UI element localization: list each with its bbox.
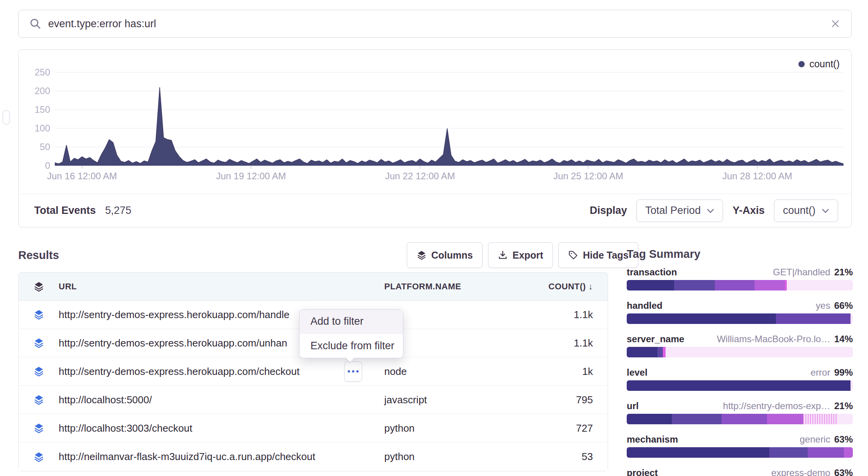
tag-bar-segment[interactable] bbox=[844, 447, 853, 458]
tag-distribution-bar[interactable] bbox=[627, 380, 853, 391]
tag-distribution-bar[interactable] bbox=[627, 414, 853, 424]
count-header-label: COUNT() bbox=[549, 282, 586, 291]
columns-button[interactable]: Columns bbox=[407, 242, 483, 268]
sidebar-collapse-handle[interactable] bbox=[2, 110, 10, 125]
stack-icon bbox=[33, 423, 44, 434]
tag-distribution-bar[interactable] bbox=[627, 447, 853, 458]
y-axis-tick-label: 100 bbox=[35, 123, 50, 133]
count-area-series[interactable] bbox=[55, 87, 844, 166]
tag-bar-segment[interactable] bbox=[837, 414, 853, 424]
platform-cell: javascript bbox=[384, 394, 512, 406]
tag-bar-segment[interactable] bbox=[627, 380, 851, 391]
total-events-value: 5,275 bbox=[105, 205, 132, 217]
column-header-platform[interactable]: PLATFORM.NAME bbox=[384, 282, 512, 292]
column-header-url[interactable]: URL bbox=[59, 282, 384, 292]
tag-bar-segment[interactable] bbox=[808, 447, 844, 458]
stack-icon bbox=[19, 423, 59, 434]
tag-bar-segment[interactable] bbox=[627, 347, 657, 357]
column-header-count[interactable]: COUNT() ↓ bbox=[512, 282, 608, 292]
x-axis-tick-label: Jun 28 12:00 AM bbox=[722, 171, 792, 181]
count-cell: 727 bbox=[512, 422, 608, 434]
cell-filter-context-menu: Add to filterExclude from filter bbox=[299, 309, 403, 358]
tag-summary-panel: Tag Summary transactionGET|/handled21%ha… bbox=[627, 248, 853, 476]
legend-dot-icon bbox=[798, 61, 805, 67]
tag-bar-segment[interactable] bbox=[767, 414, 803, 424]
tag-distribution-bar[interactable] bbox=[627, 347, 853, 357]
tag-summary-row-mechanism: mechanismgeneric63% bbox=[627, 434, 853, 458]
tag-top-percent: 21% bbox=[834, 401, 853, 411]
stack-icon bbox=[19, 394, 59, 405]
platform-cell: node bbox=[384, 366, 512, 378]
tag-distribution-bar[interactable] bbox=[627, 313, 853, 324]
tag-bar-segment[interactable] bbox=[674, 280, 715, 290]
tag-bar-segment[interactable] bbox=[657, 347, 663, 357]
button-label: Export bbox=[512, 250, 543, 261]
tag-icon bbox=[568, 250, 578, 260]
tag-bar-segment[interactable] bbox=[722, 414, 767, 424]
tag-bar-segment[interactable] bbox=[627, 447, 769, 458]
tag-bar-segment[interactable] bbox=[755, 280, 785, 290]
tag-bar-segment[interactable] bbox=[851, 380, 853, 391]
display-label: Display bbox=[590, 205, 627, 217]
tag-summary-row-handled: handledyes66% bbox=[627, 300, 853, 324]
stack-icon bbox=[19, 338, 59, 348]
tag-bar-segment[interactable] bbox=[627, 313, 776, 324]
tag-top-percent: 66% bbox=[834, 300, 853, 311]
tag-bar-segment[interactable] bbox=[666, 347, 853, 357]
tag-bar-segment[interactable] bbox=[851, 313, 853, 324]
tag-distribution-bar[interactable] bbox=[627, 280, 853, 290]
chart-legend[interactable]: count() bbox=[798, 58, 840, 70]
tag-top-value: Williams-MacBook-Pro.lo… bbox=[717, 334, 830, 345]
url-cell[interactable]: http://localhost:3003/checkout bbox=[59, 422, 384, 434]
tag-bar-segment[interactable] bbox=[672, 414, 722, 424]
context-menu-item-add-to-filter[interactable]: Add to filter bbox=[300, 310, 403, 334]
stack-icon bbox=[33, 452, 44, 462]
platform-cell: python bbox=[384, 451, 512, 463]
search-input[interactable] bbox=[48, 18, 830, 30]
tag-bar-segment[interactable] bbox=[776, 313, 851, 324]
clear-search-icon[interactable] bbox=[830, 19, 840, 29]
table-header: URL PLATFORM.NAME COUNT() ↓ bbox=[19, 273, 608, 301]
tag-bar-segment[interactable] bbox=[627, 280, 674, 290]
tag-top-value: GET|/handled bbox=[773, 267, 830, 278]
yaxis-dropdown[interactable]: count() bbox=[774, 200, 838, 222]
url-cell[interactable]: http://sentry-demos-express.herokuapp.co… bbox=[59, 366, 384, 378]
count-cell: 1k bbox=[512, 366, 608, 378]
legend-label: count() bbox=[809, 58, 840, 70]
display-dropdown[interactable]: Total Period bbox=[636, 200, 723, 222]
export-button[interactable]: Export bbox=[488, 242, 553, 268]
context-menu-item-exclude-from-filter[interactable]: Exclude from filter bbox=[300, 334, 403, 358]
tag-bar-segment[interactable] bbox=[663, 347, 666, 357]
y-axis-tick-label: 150 bbox=[35, 104, 50, 115]
results-table: URL PLATFORM.NAME COUNT() ↓ http://sentr… bbox=[18, 272, 608, 471]
row-actions-button[interactable] bbox=[344, 361, 362, 382]
stack-icon bbox=[33, 281, 44, 292]
yaxis-dropdown-value: count() bbox=[783, 205, 816, 217]
count-cell: 795 bbox=[512, 394, 608, 406]
tag-bar-segment[interactable] bbox=[769, 447, 808, 458]
results-toolbar: ColumnsExportHide Tags bbox=[407, 242, 638, 268]
x-axis-tick-label: Jun 16 12:00 AM bbox=[47, 171, 117, 181]
x-axis-tick-label: Jun 22 12:00 AM bbox=[385, 171, 455, 181]
url-cell[interactable]: http://neilmanvar-flask-m3uuizd7iq-uc.a.… bbox=[59, 451, 384, 463]
search-bar bbox=[18, 10, 852, 38]
x-axis-tick-label: Jun 25 12:00 AM bbox=[553, 171, 623, 181]
tag-bar-segment[interactable] bbox=[803, 414, 837, 424]
discover-page: 050100150200250Jun 16 12:00 AMJun 19 12:… bbox=[0, 0, 868, 476]
events-area-chart[interactable]: 050100150200250Jun 16 12:00 AMJun 19 12:… bbox=[19, 50, 851, 194]
tag-top-value: http://sentry-demos-exp… bbox=[723, 401, 830, 411]
tag-name: mechanism bbox=[627, 434, 678, 445]
tag-summary-title: Tag Summary bbox=[627, 248, 853, 260]
y-axis-tick-label: 50 bbox=[40, 142, 50, 152]
tag-bar-segment[interactable] bbox=[715, 280, 755, 290]
tag-name: level bbox=[627, 367, 647, 378]
url-cell[interactable]: http://localhost:5000/ bbox=[59, 394, 384, 406]
hide-tags-button[interactable]: Hide Tags bbox=[558, 242, 638, 268]
tag-bar-segment[interactable] bbox=[787, 280, 853, 290]
platform-cell: python bbox=[384, 422, 512, 434]
tag-summary-row-project: projectexpress-demo63% bbox=[627, 467, 853, 476]
stack-icon bbox=[19, 281, 59, 292]
tag-bar-segment[interactable] bbox=[627, 414, 672, 424]
table-row: http://localhost:5000/javascript795 bbox=[19, 386, 608, 414]
search-icon bbox=[30, 18, 41, 30]
